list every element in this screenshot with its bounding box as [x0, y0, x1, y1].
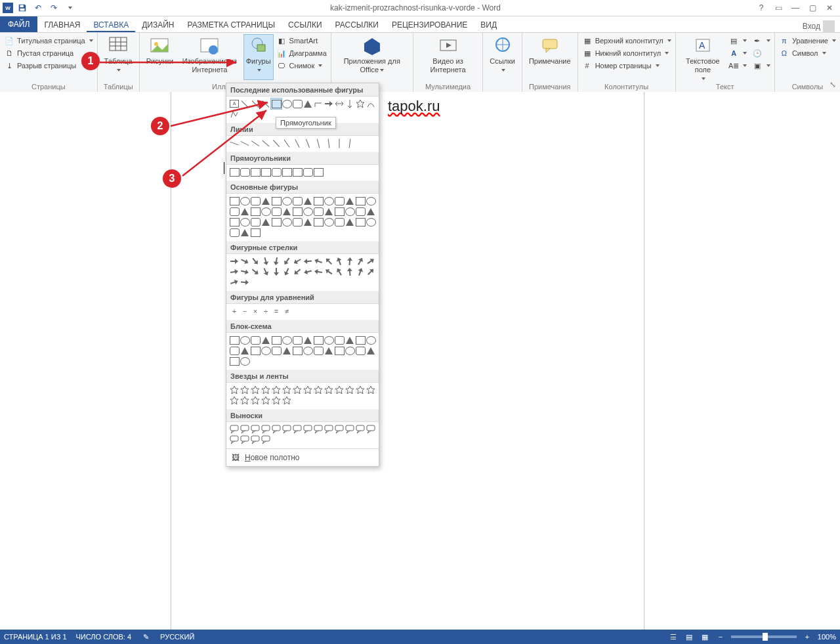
shape-item[interactable]: [334, 206, 345, 217]
shape-item[interactable]: [229, 356, 240, 366]
shape-item[interactable]: [282, 395, 292, 406]
shape-item[interactable]: [250, 435, 261, 445]
shape-item[interactable]: [250, 345, 261, 356]
shape-item[interactable]: [271, 196, 282, 206]
tab-view[interactable]: ВИД: [474, 18, 503, 32]
shape-item[interactable]: [345, 256, 355, 267]
shape-item[interactable]: [271, 385, 282, 395]
shape-item[interactable]: [250, 385, 261, 395]
shape-item[interactable]: [355, 256, 366, 267]
shape-item[interactable]: [366, 267, 376, 277]
text-box-button[interactable]: A Текстовое поле: [680, 34, 726, 80]
shape-item[interactable]: [282, 385, 292, 395]
shape-item[interactable]: [250, 424, 261, 435]
ribbon-display-options-icon[interactable]: ▭: [772, 1, 785, 14]
shape-item[interactable]: [271, 267, 282, 277]
tab-review[interactable]: РЕЦЕНЗИРОВАНИЕ: [385, 18, 474, 32]
shape-item[interactable]: [345, 196, 355, 206]
shape-item[interactable]: [261, 196, 271, 206]
footer-button[interactable]: ▦Нижний колонтитул: [582, 48, 671, 58]
shape-item[interactable]: [355, 206, 366, 217]
chart-button[interactable]: 📊 Диаграмма: [276, 48, 327, 58]
shape-item[interactable]: [303, 167, 313, 177]
spellcheck-icon[interactable]: ✎: [140, 632, 151, 642]
shape-item[interactable]: [229, 256, 240, 267]
shape-item[interactable]: [229, 345, 240, 356]
shape-item[interactable]: [334, 138, 345, 148]
shape-item[interactable]: [282, 345, 292, 356]
shape-item[interactable]: [334, 196, 345, 206]
shape-item[interactable]: [355, 217, 366, 227]
shape-item[interactable]: [282, 206, 292, 217]
shape-item[interactable]: [313, 267, 324, 277]
zoom-slider[interactable]: [731, 635, 797, 638]
shape-item[interactable]: [292, 167, 303, 177]
shape-item[interactable]: [229, 138, 240, 148]
shape-line-arrow[interactable]: [250, 98, 261, 109]
shape-item[interactable]: [271, 217, 282, 227]
shape-item[interactable]: [303, 206, 313, 217]
shape-item[interactable]: [271, 167, 282, 177]
tab-home[interactable]: ГЛАВНАЯ: [37, 18, 87, 32]
shape-item[interactable]: ×: [250, 306, 261, 316]
shape-item[interactable]: [303, 217, 313, 227]
new-canvas-button[interactable]: 🖼 Новое полотно: [226, 448, 379, 466]
shape-rectangle[interactable]: [271, 98, 282, 109]
shape-item[interactable]: [240, 167, 250, 177]
shape-item[interactable]: [250, 206, 261, 217]
shape-item[interactable]: [229, 206, 240, 217]
shape-item[interactable]: [345, 206, 355, 217]
equation-button[interactable]: πУравнение: [779, 35, 836, 46]
shape-item[interactable]: [334, 385, 345, 395]
shape-item[interactable]: [334, 335, 345, 345]
shape-item[interactable]: [261, 206, 271, 217]
shape-item[interactable]: [313, 256, 324, 267]
shape-item[interactable]: [271, 256, 282, 267]
shape-item[interactable]: [282, 138, 292, 148]
shape-item[interactable]: [282, 167, 292, 177]
shape-item[interactable]: [271, 424, 282, 435]
shape-item[interactable]: [261, 256, 271, 267]
shape-item[interactable]: [240, 335, 250, 345]
screenshot-button[interactable]: 🖵 Снимок: [276, 60, 327, 71]
shape-item[interactable]: [313, 424, 324, 435]
web-layout-icon[interactable]: ▦: [700, 632, 710, 642]
online-video-button[interactable]: Видео из Интернета: [417, 34, 478, 80]
shape-item[interactable]: [250, 138, 261, 148]
minimize-icon[interactable]: —: [789, 1, 802, 14]
shape-item[interactable]: [240, 138, 250, 148]
zoom-out-icon[interactable]: −: [715, 632, 726, 642]
status-page[interactable]: СТРАНИЦА 1 ИЗ 1: [4, 633, 67, 641]
shape-item[interactable]: [345, 138, 355, 148]
shape-connector[interactable]: [261, 98, 271, 109]
shape-item[interactable]: [303, 385, 313, 395]
shape-item[interactable]: [324, 206, 334, 217]
shape-item[interactable]: [240, 277, 250, 288]
date-time-button[interactable]: 🕒: [752, 48, 770, 58]
shape-item[interactable]: [292, 217, 303, 227]
shape-item[interactable]: [324, 138, 334, 148]
shape-item[interactable]: [261, 167, 271, 177]
shape-arrow-right[interactable]: [324, 98, 334, 109]
shape-item[interactable]: [229, 395, 240, 406]
shape-item[interactable]: [313, 167, 324, 177]
shape-item[interactable]: [366, 196, 376, 206]
shape-item[interactable]: [355, 345, 366, 356]
close-icon[interactable]: ✕: [823, 1, 836, 14]
shape-item[interactable]: [292, 196, 303, 206]
cover-page-button[interactable]: 📄 Титульная страница: [4, 35, 93, 46]
shape-item[interactable]: ÷: [261, 306, 271, 316]
shape-item[interactable]: [250, 167, 261, 177]
shape-item[interactable]: [240, 424, 250, 435]
shape-item[interactable]: [261, 138, 271, 148]
shape-item[interactable]: [366, 256, 376, 267]
qat-customize-icon[interactable]: [63, 1, 76, 14]
status-words[interactable]: ЧИСЛО СЛОВ: 4: [76, 633, 132, 641]
shape-item[interactable]: [366, 206, 376, 217]
shape-curve[interactable]: [366, 98, 376, 109]
shape-item[interactable]: [229, 335, 240, 345]
shape-item[interactable]: [282, 424, 292, 435]
shape-item[interactable]: [303, 335, 313, 345]
shape-item[interactable]: [334, 424, 345, 435]
shape-item[interactable]: [292, 335, 303, 345]
